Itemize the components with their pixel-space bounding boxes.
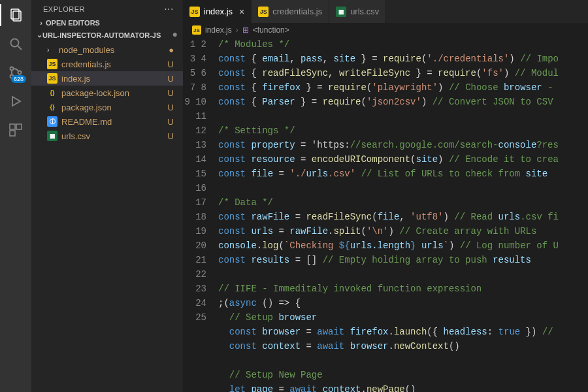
source-control-icon[interactable]: 628 xyxy=(7,64,24,81)
file-tree-item[interactable]: {}package-lock.jsonU xyxy=(31,86,183,100)
file-tree-item[interactable]: ▦urls.csvU xyxy=(31,129,183,143)
breadcrumb-symbol: <function> xyxy=(253,25,289,35)
svg-point-2 xyxy=(11,39,19,47)
svg-rect-8 xyxy=(10,124,15,129)
sidebar: EXPLORER ··· ›OPEN EDITORS ⌄URL-INSPECTO… xyxy=(31,0,183,392)
search-icon[interactable] xyxy=(7,35,24,52)
dirty-dot-icon: ● xyxy=(172,31,178,39)
svg-point-6 xyxy=(18,71,22,74)
sidebar-title: EXPLORER xyxy=(43,5,85,13)
activity-bar: 628 xyxy=(0,0,31,392)
tab-bar: JSindex.js×JScredentials.js▦urls.csv xyxy=(183,0,588,23)
file-tree-item[interactable]: {}package.jsonU xyxy=(31,100,183,114)
file-tree-item[interactable]: ›node_modules● xyxy=(31,42,183,57)
breadcrumb-file: index.js xyxy=(205,25,232,35)
editor-area: JSindex.js×JScredentials.js▦urls.csv JS … xyxy=(183,0,588,392)
file-tree-item[interactable]: ⓘREADME.mdU xyxy=(31,114,183,129)
file-tree-item[interactable]: JScredentials.jsU xyxy=(31,57,183,71)
svg-marker-7 xyxy=(12,97,20,106)
open-editors-section[interactable]: ›OPEN EDITORS xyxy=(31,17,183,29)
code-content[interactable]: /* Modules */ const { email, pass, site … xyxy=(218,37,588,392)
file-tree-item[interactable]: JSindex.jsU xyxy=(31,71,183,86)
line-gutter: 1 2 3 4 5 6 7 8 9 10 11 12 13 14 15 16 1… xyxy=(183,37,218,392)
function-icon: ⊞ xyxy=(242,25,249,35)
scm-badge: 628 xyxy=(11,75,26,83)
editor-tab[interactable]: JScredentials.js xyxy=(252,0,329,23)
close-icon[interactable]: × xyxy=(239,7,244,17)
more-icon[interactable]: ··· xyxy=(164,6,174,12)
svg-line-3 xyxy=(18,46,22,50)
explorer-icon[interactable] xyxy=(7,7,24,24)
code-editor[interactable]: 1 2 3 4 5 6 7 8 9 10 11 12 13 14 15 16 1… xyxy=(183,37,588,392)
extensions-icon[interactable] xyxy=(7,122,24,139)
svg-rect-10 xyxy=(10,131,15,136)
svg-point-4 xyxy=(10,67,14,71)
chevron-right-icon: › xyxy=(236,25,238,35)
project-section[interactable]: ⌄URL-INSPECTOR-AUTOMATOR-JS ● xyxy=(31,29,183,41)
editor-tab[interactable]: JSindex.js× xyxy=(183,0,252,23)
breadcrumbs[interactable]: JS index.js › ⊞ <function> xyxy=(183,23,588,37)
run-debug-icon[interactable] xyxy=(7,93,24,110)
file-tree: ›node_modules●JScredentials.jsUJSindex.j… xyxy=(31,41,183,144)
js-icon: JS xyxy=(192,25,201,35)
editor-tab[interactable]: ▦urls.csv xyxy=(329,0,386,23)
svg-rect-9 xyxy=(16,124,22,129)
sidebar-header: EXPLORER ··· xyxy=(31,0,183,17)
